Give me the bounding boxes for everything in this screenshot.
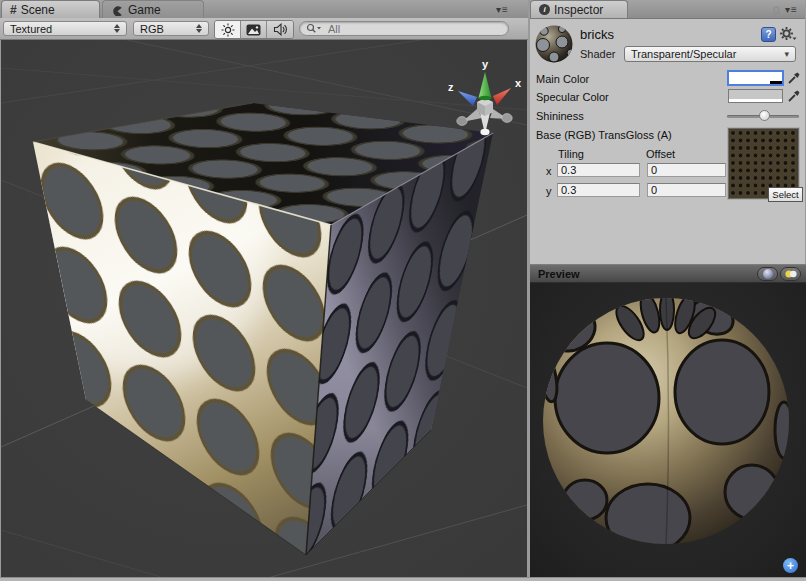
tab-game-label: Game [128,3,161,17]
shader-label: Shader [580,48,615,60]
material-header: bricks Shader Transparent/Specular ▾ ? [530,18,805,68]
specular-color-label: Specular Color [536,91,609,103]
tiling-x-input[interactable] [557,163,640,177]
updown-arrows-icon [196,24,202,33]
shader-dropdown[interactable]: Transparent/Specular ▾ [624,46,796,62]
specular-color-swatch[interactable] [728,89,783,103]
alpha-bar [729,99,782,102]
gear-menu-icon[interactable] [779,26,797,42]
material-preview-area[interactable]: + [530,283,806,577]
search-input[interactable] [326,22,480,36]
gizmo-x-label: x [515,77,522,89]
tab-inspector[interactable]: i Inspector [530,0,628,18]
material-name: bricks [580,27,614,42]
inspector-tabbar: i Inspector ▾≡ [530,0,805,19]
tab-game[interactable]: Game [102,0,204,18]
tab-scene[interactable]: # Scene [1,0,100,18]
main-color-swatch[interactable] [728,71,783,85]
main-color-label: Main Color [536,73,589,85]
draw-mode-value: Textured [10,23,108,35]
info-icon: i [539,4,550,15]
tiling-row-y-label: y [546,185,552,197]
search-icon [306,23,322,34]
scene-toolbar: Textured RGB [0,18,528,40]
draw-mode-dropdown[interactable]: Textured [3,21,127,36]
speaker-icon [273,23,288,36]
image-icon [246,24,261,36]
scene-viewport[interactable]: y x z [1,40,527,577]
scene-toggle-button-group [214,20,294,39]
offset-x-input[interactable] [647,163,726,177]
unity-editor-window: # Scene Game ▾≡ Textured RGB [0,0,806,581]
tiling-column-label: Tiling [558,148,584,160]
sun-icon [221,23,235,37]
inspector-tab-context-menu-icon[interactable]: ▾≡ [785,4,798,15]
gizmo-y-axis-cone[interactable] [479,72,492,98]
scene-tabbar: # Scene Game ▾≡ [0,0,528,19]
updown-arrows-icon [114,24,120,33]
gizmo-y-label: y [482,58,489,70]
tab-inspector-label: Inspector [554,3,603,17]
scene-skybox-toggle-button[interactable] [241,21,267,38]
material-sphere-icon [534,24,574,64]
gizmo-x-axis-cone[interactable] [493,88,511,105]
lights-icon [784,268,798,280]
preview-shape-button[interactable] [757,267,778,281]
main-color-eyedropper-icon[interactable] [787,70,800,85]
scene-audio-toggle-button[interactable] [267,21,293,38]
scene-gizmo[interactable]: y x z [439,58,531,153]
slider-thumb[interactable] [759,110,770,121]
chevron-down-icon: ▾ [784,49,789,59]
base-map-label: Base (RGB) TransGloss (A) [536,129,672,141]
shader-value: Transparent/Specular [631,48,736,60]
scene-lighting-toggle-button[interactable] [215,21,241,38]
scene-tab-context-menu-icon[interactable]: ▾≡ [496,4,509,15]
offset-column-label: Offset [646,148,675,160]
preview-add-button[interactable]: + [783,558,798,573]
preview-sphere-render [530,283,806,577]
render-channel-value: RGB [140,23,190,35]
sphere-icon [762,268,774,280]
lock-icon[interactable] [771,6,782,17]
help-icon[interactable]: ? [761,27,776,42]
texture-select-button[interactable]: Select [768,187,803,202]
shininess-label: Shininess [536,110,584,122]
specular-color-eyedropper-icon[interactable] [787,88,800,103]
render-channel-dropdown[interactable]: RGB [133,21,209,36]
window-bottom-edge [0,577,806,581]
tiling-y-input[interactable] [557,183,640,197]
game-icon [111,3,124,16]
preview-title: Preview [538,268,580,280]
shininess-slider[interactable] [727,109,799,124]
tab-scene-label: Scene [21,3,55,17]
gizmo-z-axis-cone[interactable] [458,91,477,106]
scene-pane: # Scene Game ▾≡ Textured RGB [0,0,528,577]
alpha-bar [729,81,782,84]
preview-header[interactable]: Preview [530,264,806,283]
tiling-row-x-label: x [546,165,552,177]
scene-hash-icon: # [10,3,17,17]
preview-lighting-button[interactable] [780,267,801,281]
offset-y-input[interactable] [647,183,726,197]
gizmo-z-label: z [448,81,454,93]
scene-search-field [299,21,509,36]
